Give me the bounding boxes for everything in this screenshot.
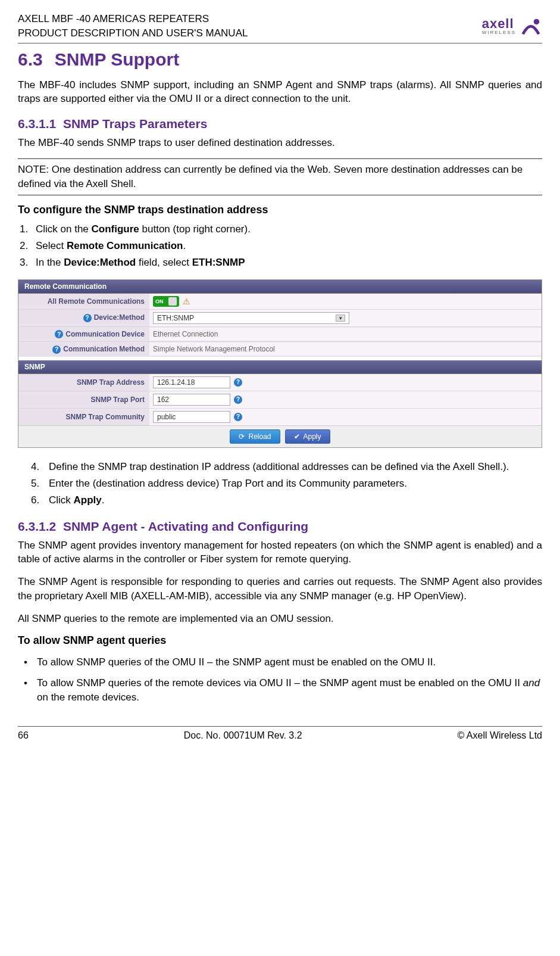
page-number: 66 xyxy=(18,730,29,741)
reload-button[interactable]: ⟳ Reload xyxy=(230,429,280,444)
steps-list-1: Click on the Configure button (top right… xyxy=(31,221,542,271)
comm-device-value: Ethernet Connection xyxy=(149,328,542,341)
page-footer: 66 Doc. No. 00071UM Rev. 3.2 © Axell Wir… xyxy=(18,726,542,741)
sub1-text: The MBF-40 sends SNMP traps to user defi… xyxy=(18,136,542,150)
help-icon[interactable]: ? xyxy=(55,330,63,338)
sub2-p2: The SNMP Agent is responsible for respon… xyxy=(18,575,542,603)
trap-port-label: SNMP Trap Port xyxy=(18,393,149,407)
help-icon[interactable]: ? xyxy=(234,396,242,404)
subsection-2-number: 6.3.1.2 xyxy=(18,519,56,533)
check-icon: ✔ xyxy=(294,432,300,441)
comm-device-label: Communication Device xyxy=(65,330,145,338)
help-icon[interactable]: ? xyxy=(52,345,61,354)
trap-port-input[interactable]: 162 xyxy=(153,394,230,406)
steps-list-2: Define the SNMP trap destination IP addr… xyxy=(31,459,542,509)
page-header: AXELL MBF -40 AMERICAS REPEATERS PRODUCT… xyxy=(18,12,542,43)
sub2-p3: All SNMP queries to the remote are imple… xyxy=(18,612,542,626)
sub2-p1: The SNMP agent provides inventory manage… xyxy=(18,538,542,567)
trap-comm-label: SNMP Trap Community xyxy=(18,410,149,424)
remote-comm-panel-header: Remote Communication xyxy=(18,280,542,294)
trap-community-input[interactable]: public xyxy=(153,411,230,423)
device-method-select[interactable]: ETH:SNMP ▾ xyxy=(153,312,349,324)
snmp-panel-body: SNMP Trap Address 126.1.24.18 ? SNMP Tra… xyxy=(18,374,542,425)
step-1: Click on the Configure button (top right… xyxy=(31,221,542,238)
header-title-block: AXELL MBF -40 AMERICAS REPEATERS PRODUCT… xyxy=(18,12,248,41)
dropdown-arrow-icon: ▾ xyxy=(336,314,345,322)
toggle-knob-icon xyxy=(168,297,177,306)
subsection-2-title: SNMP Agent - Activating and Configuring xyxy=(63,519,308,533)
all-remote-label: All Remote Communications xyxy=(18,294,149,309)
allow-queries-head: To allow SNMP agent queries xyxy=(18,634,542,647)
device-method-label: Device:Method xyxy=(94,313,145,322)
comm-method-value: Simple Network Management Protocol xyxy=(149,342,542,356)
subsection-1-heading: 6.3.1.1 SNMP Traps Parameters xyxy=(18,117,542,131)
config-procedure-head: To configure the SNMP traps destination … xyxy=(18,204,542,216)
copyright: © Axell Wireless Ltd xyxy=(457,730,542,741)
axell-logo: axell WIRELESS xyxy=(482,15,542,38)
logo-sub-text: WIRELESS xyxy=(482,30,516,35)
section-number: 6.3 xyxy=(18,49,43,69)
step-5: Enter the (destination address device) T… xyxy=(31,475,542,492)
panel-footer: ⟳ Reload ✔ Apply xyxy=(18,425,542,447)
note-box: NOTE: One destination address can curren… xyxy=(18,158,542,195)
subsection-2-heading: 6.3.1.2 SNMP Agent - Activating and Conf… xyxy=(18,519,542,534)
header-line-2: PRODUCT DESCRIPTION AND USER'S MANUAL xyxy=(18,26,248,41)
step-4: Define the SNMP trap destination IP addr… xyxy=(31,459,542,475)
help-icon[interactable]: ? xyxy=(234,378,242,387)
subsection-1-number: 6.3.1.1 xyxy=(18,117,56,130)
remote-comm-panel-body: All Remote Communications ON ⚠ ?Device:M… xyxy=(18,294,542,357)
help-icon[interactable]: ? xyxy=(83,314,92,322)
section-heading: 6.3SNMP Support xyxy=(18,49,542,70)
step-6: Click Apply. xyxy=(31,492,542,509)
section-intro: The MBF-40 includes SNMP support, includ… xyxy=(18,78,542,107)
embedded-screenshot: Remote Communication All Remote Communic… xyxy=(18,279,542,448)
help-icon[interactable]: ? xyxy=(234,413,242,421)
bullet-list: To allow SNMP queries of the OMU II – th… xyxy=(18,652,542,708)
trap-addr-label: SNMP Trap Address xyxy=(18,375,149,390)
reload-icon: ⟳ xyxy=(239,432,245,441)
step-3: In the Device:Method field, select ETH:S… xyxy=(31,254,542,271)
step-2: Select Remote Communication. xyxy=(31,238,542,254)
bullet-1: To allow SNMP queries of the OMU II – th… xyxy=(18,652,542,673)
device-method-value: ETH:SNMP xyxy=(157,314,194,322)
svg-point-0 xyxy=(534,18,540,24)
logo-brand-text: axell xyxy=(482,17,516,30)
comm-method-label: Communication Method xyxy=(63,345,145,353)
apply-button[interactable]: ✔ Apply xyxy=(285,429,330,444)
logo-mark-icon xyxy=(520,15,542,38)
bullet-2: To allow SNMP queries of the remote devi… xyxy=(18,672,542,708)
snmp-panel-header: SNMP xyxy=(18,360,542,374)
all-remote-toggle[interactable]: ON xyxy=(153,296,179,307)
doc-number: Doc. No. 00071UM Rev. 3.2 xyxy=(184,730,302,741)
subsection-1-title: SNMP Traps Parameters xyxy=(63,117,207,130)
warning-icon: ⚠ xyxy=(183,297,190,306)
trap-addr-input[interactable]: 126.1.24.18 xyxy=(153,376,230,388)
header-line-1: AXELL MBF -40 AMERICAS REPEATERS xyxy=(18,12,248,26)
section-title: SNMP Support xyxy=(55,49,179,69)
